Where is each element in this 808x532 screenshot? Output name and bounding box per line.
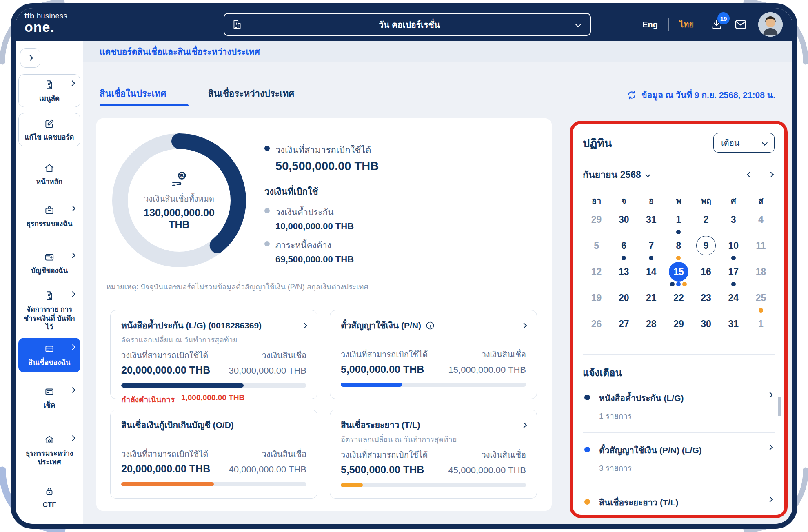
chevron-right-icon[interactable] <box>521 322 527 328</box>
calendar-day[interactable]: 12 <box>583 262 610 288</box>
calendar-day[interactable]: 18 <box>747 262 775 288</box>
calendar-day[interactable]: 27 <box>610 314 637 340</box>
sidebar-item-international[interactable]: ธุรกรรมระหว่างประเทศ <box>18 433 80 468</box>
sidebar-collapse-button[interactable] <box>20 48 40 68</box>
calendar-day[interactable]: 14 <box>637 262 665 288</box>
info-icon[interactable] <box>425 321 435 330</box>
card-overdraft: สินเชื่อเงินกู้เบิกเกินบัญชี (O/D) วงเงิ… <box>110 410 317 499</box>
calendar-day[interactable]: 23 <box>693 288 720 314</box>
calendar-day[interactable]: 30 <box>610 210 637 236</box>
calendar-day[interactable]: 19 <box>583 288 610 314</box>
calendar-day[interactable]: 22 <box>665 288 692 314</box>
home-transfer-icon <box>44 434 55 445</box>
progress-bar <box>341 383 526 387</box>
calendar-day[interactable]: 3 <box>720 210 747 236</box>
weekday-label: อา <box>583 194 610 207</box>
sidebar-item-saved-payments[interactable]: จัดการราย การชำระเงินที่ บันทึกไว้ <box>18 289 80 333</box>
tab-domestic-credit[interactable]: สินเชื่อในประเทศ <box>100 86 166 101</box>
tab-international-credit[interactable]: สินเชื่อระหว่างประเทศ <box>208 86 294 101</box>
calendar-title: ปฏิทิน <box>583 134 612 152</box>
sidebar-item-label: สินเชื่อของฉัน <box>21 358 78 367</box>
notification-item-lg[interactable]: หนังสือค้ำประกัน (L/G) 1 รายการ <box>583 381 775 433</box>
calendar-day[interactable]: 30 <box>693 314 720 340</box>
calendar-day[interactable]: 29 <box>665 314 692 340</box>
notification-count: 1 รายการ <box>599 410 762 422</box>
calendar-day[interactable]: 25 <box>747 288 775 314</box>
credit-summary-panel: ฿ วงเงินสินเชื่อทั้งหมด 130,000,000.00 T… <box>96 118 552 511</box>
calendar-day[interactable]: 15 <box>665 262 692 288</box>
calendar-day[interactable]: 4 <box>747 210 775 236</box>
sidebar-item-ctf[interactable]: CTF <box>18 484 80 511</box>
view-selector-label: เดือน <box>721 136 740 149</box>
card-title: หนังสือค้ำประกัน (L/G) (0018286369) <box>121 319 262 332</box>
previous-month-button[interactable] <box>746 169 753 180</box>
refresh-button[interactable]: ข้อมูล ณ วันที่ 9 ก.ย. 2568, 21:08 น. <box>626 88 775 102</box>
sidebar-item-shortcut-menu[interactable]: เมนูลัด <box>18 74 80 107</box>
sidebar: เมนูลัด แก้ไข แดชบอร์ด หน้าหลัก <box>16 41 83 524</box>
calendar-day[interactable]: 10 <box>720 236 747 262</box>
donut-center-value: 130,000,000.00 THB <box>135 207 223 231</box>
sidebar-item-my-credit[interactable]: สินเชื่อของฉัน <box>18 338 80 372</box>
calendar-day[interactable]: 2 <box>693 210 720 236</box>
download-button[interactable]: 19 <box>710 18 723 31</box>
avatar-image <box>758 12 783 37</box>
card-title: สินเชื่อระยะยาว (T/L) <box>341 418 420 432</box>
mail-icon <box>734 18 748 31</box>
calendar-day[interactable]: 26 <box>583 314 610 340</box>
lang-eng-button[interactable]: Eng <box>642 20 658 29</box>
sidebar-item-home[interactable]: หน้าหลัก <box>18 161 80 188</box>
notification-item-tl[interactable]: สินเชื่อระยะยาว (T/L) <box>583 485 775 519</box>
calendar-day[interactable]: 8 <box>665 236 692 262</box>
sidebar-item-edit-dashboard[interactable]: แก้ไข แดชบอร์ด <box>18 113 80 146</box>
calendar-day[interactable]: 20 <box>610 288 637 314</box>
guarantee-value: 10,000,000.00 THB <box>275 221 436 232</box>
sidebar-item-my-transactions[interactable]: ธุรกรรมของฉัน <box>18 203 80 230</box>
edit-icon <box>44 118 55 129</box>
calendar-day[interactable]: 24 <box>720 288 747 314</box>
limit-value: 45,000,000.00 THB <box>448 465 526 476</box>
calendar-day[interactable]: 31 <box>637 210 665 236</box>
calendar-day[interactable]: 11 <box>747 236 775 262</box>
calendar-day[interactable]: 5 <box>583 236 610 262</box>
calendar-day[interactable]: 13 <box>610 262 637 288</box>
progress-bar <box>121 482 306 486</box>
calendar-view-selector[interactable]: เดือน <box>713 133 775 153</box>
calendar-day[interactable]: 29 <box>583 210 610 236</box>
sidebar-item-label: แก้ไข แดชบอร์ด <box>21 133 78 142</box>
mail-button[interactable] <box>734 18 748 31</box>
available-label: วงเงินที่สามารถเบิกใช้ได้ <box>121 448 208 461</box>
divider <box>583 354 775 355</box>
calendar-day[interactable]: 9 <box>693 236 720 262</box>
card-term-loan: สินเชื่อระยะยาว (T/L) อัตราแลกเปลี่ยน ณ … <box>330 410 537 499</box>
refresh-timestamp: ข้อมูล ณ วันที่ 9 ก.ย. 2568, 21:08 น. <box>641 88 775 102</box>
company-selector[interactable]: วัน คอเปอร์เรชั่น <box>224 13 591 36</box>
breadcrumb: แดชบอร์ดสินเชื่อและสินเชื่อระหว่างประเทศ <box>83 41 792 62</box>
notification-item-pn[interactable]: ตั๋วสัญญาใช้เงิน (P/N) (L/G) 3 รายการ <box>583 433 775 485</box>
credit-legend: วงเงินที่สามารถเบิกใช้ได้ 50,500,000.00 … <box>264 143 436 271</box>
month-selector[interactable]: กันยายน 2568 <box>583 167 650 182</box>
sidebar-item-label: จัดการราย การชำระเงินที่ บันทึกไว้ <box>21 305 78 331</box>
calendar-day[interactable]: 17 <box>720 262 747 288</box>
calendar-day[interactable]: 1 <box>747 314 775 340</box>
sidebar-item-cheque[interactable]: เช็ค <box>18 385 80 411</box>
calendar-day[interactable]: 21 <box>637 288 665 314</box>
chevron-right-icon[interactable] <box>302 322 307 328</box>
scrollbar-thumb[interactable] <box>778 397 781 416</box>
next-month-button[interactable] <box>767 169 775 180</box>
calendar-day[interactable]: 28 <box>637 314 665 340</box>
chevron-right-icon[interactable] <box>521 422 527 428</box>
calendar-day[interactable]: 31 <box>720 314 747 340</box>
chevron-left-icon <box>747 172 753 177</box>
donut-center-label: วงเงินสินเชื่อทั้งหมด <box>144 192 214 205</box>
lang-thai-button[interactable]: ไทย <box>679 18 694 31</box>
sidebar-item-my-accounts[interactable]: บัญชีของฉัน <box>18 250 80 277</box>
card-subtitle: อัตราแลกเปลี่ยน ณ วันทำการสุดท้าย <box>341 433 526 445</box>
card-subtitle <box>341 334 526 345</box>
avatar[interactable] <box>758 12 783 37</box>
calendar-day[interactable]: 1 <box>665 210 692 236</box>
limit-value: 30,000,000.00 THB <box>229 366 306 376</box>
disclaimer-note: หมายเหตุ: ปัจจุบันแดชบอร์ดไม่รวมข้อมูลตั… <box>106 281 368 293</box>
calendar-day[interactable]: 7 <box>637 236 665 262</box>
calendar-day[interactable]: 6 <box>610 236 637 262</box>
calendar-day[interactable]: 16 <box>693 262 720 288</box>
